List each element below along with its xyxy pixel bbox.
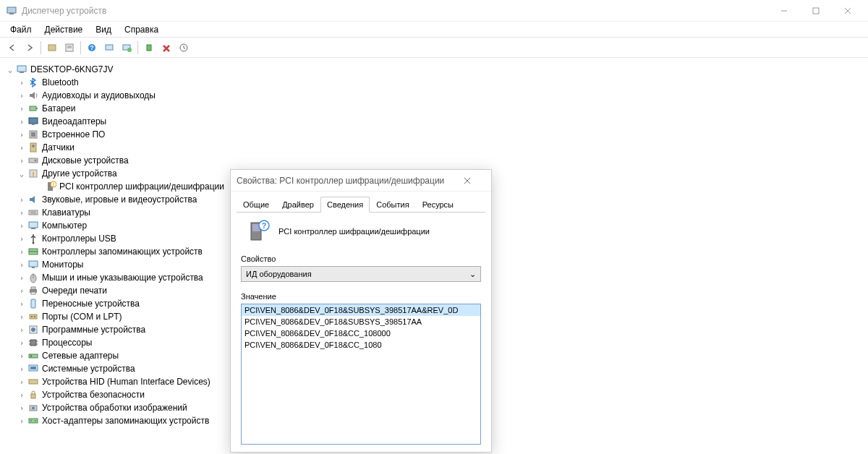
cpu-icon [27,337,39,348]
tree-category[interactable]: ›Датчики [3,141,865,154]
help-button[interactable]: ? [84,40,100,56]
expand-icon[interactable]: › [17,78,26,87]
tab-events[interactable]: События [370,197,415,213]
menu-help[interactable]: Справка [119,23,164,36]
tree-category[interactable]: ›Аудиовходы и аудиовыходы [3,89,865,102]
svg-rect-40 [29,249,38,252]
expand-icon[interactable]: › [17,403,26,412]
expand-icon[interactable]: › [17,364,26,373]
expand-icon[interactable]: › [17,273,26,282]
expand-icon[interactable]: › [17,260,26,269]
expand-icon[interactable]: › [17,312,26,321]
category-label: Другие устройства [42,168,117,179]
hardware-id-item[interactable]: PCI\VEN_8086&DEV_0F18&SUBSYS_398517AA&RE… [242,304,480,316]
svg-point-51 [31,316,33,317]
back-button[interactable] [4,40,20,56]
expand-icon[interactable]: › [17,130,26,139]
svg-text:!: ! [33,171,35,178]
expand-icon[interactable]: › [17,390,26,399]
security-icon [27,389,39,401]
expand-icon[interactable]: › [17,195,26,204]
tab-details[interactable]: Сведения [320,197,370,213]
dialog-body: ? PCI контроллер шифрации/дешифрации Сво… [237,212,485,452]
svg-point-52 [34,316,35,317]
enable-button[interactable] [141,40,157,56]
category-label: Контроллеры USB [42,234,116,244]
monitor-icon [27,259,39,270]
expand-icon[interactable]: › [17,299,26,308]
expand-icon[interactable]: › [17,416,26,425]
svg-point-69 [30,420,32,421]
expand-icon[interactable]: › [17,325,26,334]
uninstall-button[interactable] [158,40,174,56]
expand-icon[interactable]: › [17,208,26,217]
category-label: Мониторы [42,260,83,270]
tab-resources[interactable]: Ресурсы [416,197,460,213]
expand-icon[interactable]: › [17,143,26,152]
value-listbox[interactable]: PCI\VEN_8086&DEV_0F18&SUBSYS_398517AA&RE… [241,304,481,445]
bluetooth-icon [27,77,39,88]
close-button[interactable] [833,1,862,21]
category-label: Дисковые устройства [42,155,129,166]
app-icon [6,5,17,17]
usb-icon [27,233,39,244]
category-label: Устройства безопасности [42,390,145,400]
svg-rect-17 [17,66,26,72]
properties-button[interactable] [61,40,77,56]
property-dropdown[interactable]: ИД оборудования ⌄ [241,266,481,282]
scan-hardware-button[interactable] [176,40,192,56]
computer-icon [16,64,27,75]
category-label: Видеоадаптеры [42,116,106,127]
tree-category[interactable]: ›Bluetooth [3,76,865,89]
expand-icon[interactable]: › [17,104,26,113]
svg-rect-0 [7,7,16,13]
expand-icon[interactable]: › [17,351,26,360]
expand-icon[interactable]: › [17,91,26,100]
tab-driver[interactable]: Драйвер [276,197,320,213]
tree-category[interactable]: ›Встроенное ПО [3,128,865,141]
expand-icon[interactable]: › [17,286,26,295]
tree-category[interactable]: ›Батареи [3,102,865,115]
hardware-id-item[interactable]: PCI\VEN_8086&DEV_0F18&SUBSYS_398517AA [242,316,480,327]
expand-icon[interactable]: › [17,117,26,126]
category-label: Переносные устройства [42,299,140,309]
disk-icon [27,155,39,166]
port-icon [27,311,39,322]
dialog-close-button[interactable] [464,177,485,184]
tree-category[interactable]: ›Дисковые устройства [3,154,865,167]
menu-file[interactable]: Файл [4,23,38,36]
expand-icon[interactable]: › [17,247,26,256]
category-label: Хост-адаптеры запоминающих устройств [42,416,209,426]
expand-icon[interactable]: › [17,221,26,230]
tree-root[interactable]: ⌄ DESKTOP-6KNG7JV [3,63,865,76]
hardware-id-item[interactable]: PCI\VEN_8086&DEV_0F18&CC_1080 [242,339,480,351]
category-label: Контроллеры запоминающих устройств [42,247,203,257]
svg-rect-18 [20,72,24,73]
value-label: Значение [241,292,481,301]
svg-point-28 [35,160,37,162]
tab-general[interactable]: Общие [237,197,276,213]
update-driver-button[interactable] [119,40,135,56]
show-hidden-button[interactable] [44,40,60,56]
collapse-icon[interactable]: ⌄ [6,65,14,74]
category-label: Очереди печати [42,286,107,296]
expand-icon[interactable]: › [17,156,26,165]
maximize-button[interactable] [801,1,830,21]
toolbar-separator [41,41,41,54]
tree-category[interactable]: ›Видеоадаптеры [3,115,865,128]
expand-icon[interactable]: ⌄ [17,169,26,178]
hardware-id-item[interactable]: PCI\VEN_8086&DEV_0F18&CC_108000 [242,327,480,339]
svg-point-39 [33,242,35,244]
expand-icon[interactable]: › [17,377,26,386]
menu-view[interactable]: Вид [90,23,117,36]
expand-icon[interactable]: › [17,234,26,243]
minimize-button[interactable] [770,1,799,21]
scan-button[interactable] [101,40,117,56]
expand-icon[interactable]: › [17,338,26,347]
menu-action[interactable]: Действие [39,23,89,36]
svg-rect-21 [29,118,38,124]
property-label: Свойство [241,254,481,263]
forward-button[interactable] [22,40,38,56]
svg-rect-1 [9,13,14,14]
svg-rect-41 [29,252,38,254]
